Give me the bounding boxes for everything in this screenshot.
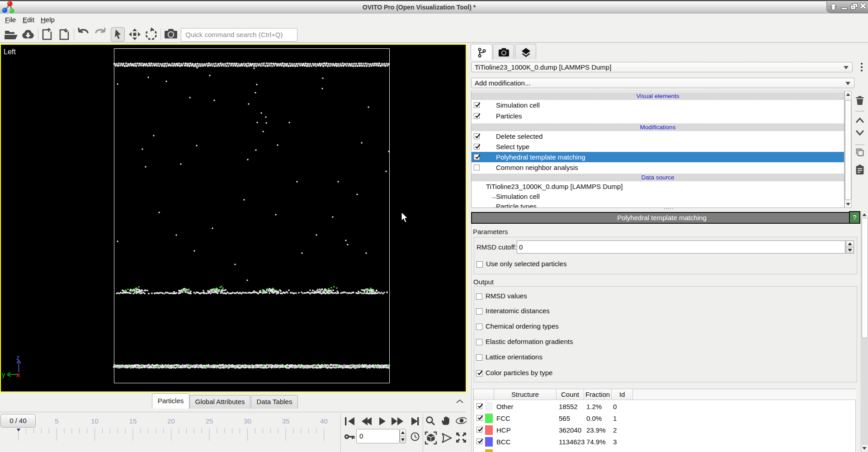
svg-text:20: 20: [167, 417, 175, 425]
svg-text:25: 25: [206, 417, 213, 425]
svg-text:z: z: [16, 353, 20, 361]
svg-text:5: 5: [55, 417, 58, 425]
svg-text:30: 30: [244, 417, 251, 425]
svg-text:15: 15: [129, 417, 137, 425]
svg-text:35: 35: [282, 417, 290, 425]
svg-text:y: y: [2, 371, 5, 378]
svg-text:x: x: [16, 371, 20, 378]
svg-text:10: 10: [91, 417, 99, 425]
svg-text:40: 40: [320, 417, 328, 425]
